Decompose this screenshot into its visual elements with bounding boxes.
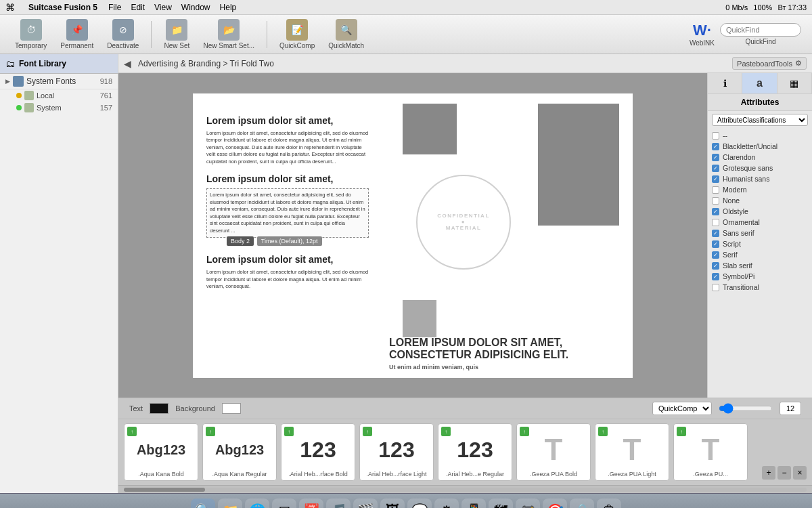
- attr-grid-button[interactable]: ▦: [777, 73, 812, 93]
- attr-checkbox-4: ✓: [712, 175, 719, 183]
- temporary-button[interactable]: ⏱ Temporary: [11, 16, 51, 52]
- back-button[interactable]: ◀: [124, 58, 131, 69]
- dock-settings[interactable]: ⚙: [434, 499, 459, 509]
- webink-button[interactable]: W· WebINK: [690, 22, 715, 47]
- text-color-swatch[interactable]: [150, 403, 168, 414]
- attr-item-10[interactable]: ✓Script: [708, 238, 812, 249]
- attr-item-12[interactable]: ✓Slab serif: [708, 260, 812, 271]
- quickcomp-button[interactable]: 📝 QuickComp: [275, 16, 319, 52]
- apple-menu[interactable]: ⌘: [5, 2, 15, 13]
- dock-app2[interactable]: 🎯: [543, 499, 567, 509]
- font-card-preview-5: T: [545, 428, 563, 471]
- font-library-item[interactable]: 🗂 Font Library: [0, 54, 118, 74]
- menu-window[interactable]: Window: [181, 3, 210, 12]
- toolbar-divider-2: [267, 21, 267, 48]
- font-card-6[interactable]: ↑T.Geeza PUA Light: [595, 423, 669, 481]
- dock-mail[interactable]: ✉: [272, 499, 296, 509]
- font-card-preview-3: 123: [378, 428, 414, 471]
- attr-item-8[interactable]: Ornamental: [708, 217, 812, 228]
- quickcomp-label: QuickComp: [279, 42, 315, 49]
- menu-file[interactable]: File: [108, 3, 121, 12]
- tooltip-font: Times (Default), 12pt: [257, 236, 322, 246]
- quickfind-input[interactable]: [720, 23, 801, 37]
- deactivate-button[interactable]: ⊘ Deactivate: [103, 16, 143, 52]
- doc-stamp: CONFIDENTIAL●MATERIAL: [416, 175, 511, 270]
- background-label: Background: [175, 404, 215, 412]
- menubar: ⌘ Suitcase Fusion 5 File Edit View Windo…: [0, 0, 812, 15]
- deactivate-label: Deactivate: [107, 42, 139, 49]
- attr-label-9: Sans serif: [723, 229, 754, 237]
- doc-body-selected: Lorem ipsum dolor sit amet, consectetur …: [206, 188, 369, 238]
- dock-finder[interactable]: 🔍: [191, 499, 215, 509]
- attr-item-13[interactable]: ✓Symbol/Pi: [708, 271, 812, 282]
- dock-trash[interactable]: 🗑: [597, 499, 621, 509]
- dock-maps[interactable]: 🗺: [489, 499, 513, 509]
- pasteboard-tools-button[interactable]: PasteboardTools ⚙: [732, 57, 807, 70]
- quickcomp-select[interactable]: QuickComp: [652, 402, 712, 415]
- scrollbar-track[interactable]: [124, 488, 807, 492]
- webink-label: WebINK: [690, 39, 715, 47]
- local-item[interactable]: Local 761: [0, 89, 118, 102]
- strip-btn-1[interactable]: −: [777, 466, 791, 480]
- font-card-preview-6: T: [623, 428, 641, 471]
- attr-info-button[interactable]: ℹ: [708, 73, 742, 93]
- dock-music[interactable]: 🎵: [326, 499, 351, 509]
- doc-heading-3: Lorem ipsum dolor sit amet,: [206, 254, 369, 265]
- middle-section: Lorem ipsum dolor sit amet, Lorem ipsum …: [118, 73, 812, 398]
- attr-label-6: None: [723, 196, 740, 205]
- attr-classifications-select[interactable]: AttributeClassifications: [712, 114, 808, 126]
- font-card-5[interactable]: ↑T.Geeza PUA Bold: [516, 423, 591, 481]
- background-color-swatch[interactable]: [222, 403, 241, 414]
- quickmatch-button[interactable]: 🔍 QuickMatch: [324, 16, 368, 52]
- attr-item-6[interactable]: None: [708, 195, 812, 206]
- network-speed: 0 Mb/s: [725, 3, 748, 12]
- attr-item-14[interactable]: Transitional: [708, 282, 812, 293]
- menu-help[interactable]: Help: [220, 3, 237, 12]
- dock-video[interactable]: 🎬: [353, 499, 378, 509]
- dock-app1[interactable]: 🎮: [516, 499, 540, 509]
- attr-item-9[interactable]: ✓Sans serif: [708, 228, 812, 238]
- size-slider[interactable]: [719, 403, 773, 414]
- system-item[interactable]: System 157: [0, 102, 118, 114]
- attr-item-3[interactable]: ✓Grotesque sans: [708, 163, 812, 173]
- system-label: System: [37, 104, 97, 112]
- attributes-panel: ℹ a ▦ Attributes AttributeClassification…: [707, 73, 812, 398]
- system-fonts-item[interactable]: ▶ System Fonts 918: [0, 74, 118, 89]
- attr-item-1[interactable]: ✓Blackletter/Uncial: [708, 141, 812, 152]
- font-card-7[interactable]: ↑T.Geeza PU...: [673, 423, 748, 481]
- attr-item-0[interactable]: --: [708, 130, 812, 141]
- strip-btn-2[interactable]: ×: [793, 466, 807, 480]
- dock-calendar[interactable]: 📅: [299, 499, 323, 509]
- menu-view[interactable]: View: [154, 3, 172, 12]
- dock-app3[interactable]: 🔒: [570, 499, 594, 509]
- dock-browser[interactable]: 🌐: [245, 499, 269, 509]
- tooltip-style: Body 2: [227, 236, 254, 246]
- font-card-0[interactable]: ↑Abg123.Aqua Kana Bold: [124, 423, 198, 481]
- clock: Вт 17:33: [777, 3, 807, 12]
- dock-files[interactable]: 📁: [218, 499, 242, 509]
- permanent-button[interactable]: 📌 Permanent: [56, 16, 97, 52]
- attr-item-2[interactable]: ✓Clarendon: [708, 152, 812, 163]
- new-smart-set-button[interactable]: 📂 New Smart Set...: [199, 16, 258, 52]
- dock-phone[interactable]: 📱: [461, 499, 486, 509]
- strip-btn-0[interactable]: +: [762, 466, 775, 480]
- attr-item-5[interactable]: Modern: [708, 184, 812, 195]
- permanent-label: Permanent: [60, 42, 93, 49]
- font-card-preview-4: 123: [457, 428, 493, 471]
- font-card-2[interactable]: ↑123.Arial Heb...rface Bold: [281, 423, 355, 481]
- attr-a-button[interactable]: a: [742, 73, 777, 93]
- attr-item-11[interactable]: ✓Serif: [708, 249, 812, 260]
- attr-item-4[interactable]: ✓Humanist sans: [708, 173, 812, 184]
- font-card-1[interactable]: ↑Abg123.Aqua Kana Regular: [202, 423, 277, 481]
- size-input[interactable]: [780, 402, 801, 415]
- controls-bar: Text Background QuickComp: [118, 398, 812, 419]
- temporary-label: Temporary: [15, 42, 47, 49]
- dock-messages[interactable]: 💬: [407, 499, 432, 509]
- dock-photos[interactable]: 🖼: [380, 499, 405, 509]
- new-set-button[interactable]: 📁 New Set: [160, 16, 194, 52]
- font-card-3[interactable]: ↑123.Arial Heb...rface Light: [359, 423, 434, 481]
- menu-edit[interactable]: Edit: [131, 3, 145, 12]
- font-card-4[interactable]: ↑123.Arial Heb...e Regular: [438, 423, 512, 481]
- attr-item-7[interactable]: ✓Oldstyle: [708, 206, 812, 217]
- scrollbar-thumb[interactable]: [124, 488, 205, 492]
